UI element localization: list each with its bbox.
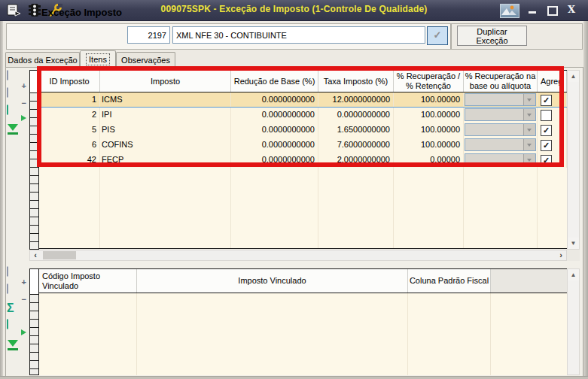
exception-label: Exceção Imposto bbox=[8, 7, 122, 18]
column-header-agreg[interactable]: Agreg bbox=[538, 71, 567, 92]
tab-observacoes[interactable]: Observações bbox=[116, 52, 175, 68]
scroll-down-icon[interactable]: ▼ bbox=[568, 238, 579, 249]
delete-record-icon[interactable]: − bbox=[7, 284, 22, 299]
chevron-down-icon[interactable] bbox=[523, 154, 535, 165]
hscroll-thumb[interactable] bbox=[43, 251, 76, 259]
agreg-checkbox[interactable]: ✓ bbox=[541, 95, 552, 106]
column-header-reducao-base[interactable]: Redução de Base (%) bbox=[231, 71, 318, 92]
exception-description-field[interactable] bbox=[172, 26, 425, 44]
row-indicator-column bbox=[29, 268, 39, 375]
column-header-coluna-padrao-fiscal[interactable]: Coluna Padrão Fiscal bbox=[408, 269, 491, 293]
post-record-icon[interactable] bbox=[7, 105, 22, 120]
recuperacao-combo[interactable] bbox=[465, 108, 536, 121]
maximize-icon bbox=[547, 6, 558, 16]
column-header-imposto-vinculado[interactable]: Imposto Vinculado bbox=[137, 269, 408, 293]
export-grid-icon[interactable] bbox=[7, 123, 22, 138]
delete-record-icon[interactable]: − bbox=[7, 88, 22, 103]
chevron-down-icon[interactable] bbox=[523, 94, 535, 105]
column-header-id-imposto[interactable]: ID Imposto bbox=[39, 71, 100, 92]
items-grid-hscrollbar[interactable]: ‹ › bbox=[29, 250, 567, 261]
recuperacao-combo[interactable] bbox=[465, 123, 536, 136]
export-grid-icon[interactable] bbox=[7, 338, 22, 353]
minimize-button[interactable] bbox=[525, 5, 540, 16]
items-grid-vscrollbar[interactable]: ▲ ▼ bbox=[567, 70, 580, 250]
column-header-codigo-imposto-vinculado[interactable]: Código Imposto Vinculado bbox=[39, 269, 137, 293]
minimize-icon bbox=[529, 11, 536, 14]
picture-icon[interactable] bbox=[500, 4, 519, 18]
table-row[interactable]: 5 PIS 0.0000000000 1.6500000000 100.0000… bbox=[39, 123, 567, 138]
column-header-recuperacao-retencao[interactable]: % Recuperação / % Retenção bbox=[394, 71, 464, 92]
scroll-right-icon[interactable]: › bbox=[556, 250, 566, 260]
agreg-checkbox[interactable]: ✓ bbox=[541, 140, 552, 151]
column-header-imposto[interactable]: Imposto bbox=[100, 71, 231, 92]
close-button[interactable]: X bbox=[564, 5, 579, 16]
post-record-icon[interactable] bbox=[7, 320, 22, 335]
table-row[interactable]: 1 ICMS 0.0000000000 12.0000000000 100.00… bbox=[39, 92, 567, 108]
linked-grid-vscrollbar[interactable]: ▲ bbox=[567, 268, 580, 375]
table-row[interactable]: 6 COFINS 0.0000000000 7.6000000000 100.0… bbox=[39, 138, 567, 153]
duplicate-exception-button[interactable]: Duplicar Exceção bbox=[457, 26, 527, 46]
agreg-checkbox[interactable]: ✓ bbox=[541, 155, 552, 166]
chevron-down-icon[interactable] bbox=[523, 139, 535, 150]
confirm-check-button[interactable]: ✓ bbox=[427, 26, 448, 45]
scroll-up-icon[interactable]: ▲ bbox=[568, 71, 579, 82]
items-grid-header: ID Imposto Imposto Redução de Base (%) T… bbox=[39, 70, 567, 92]
scroll-up-icon[interactable]: ▲ bbox=[568, 269, 579, 280]
sum-icon[interactable]: Σ bbox=[7, 302, 22, 317]
row-indicator-column bbox=[29, 70, 39, 250]
table-row[interactable]: 2 IPI 0.0000000000 0.0000000000 100.0000… bbox=[39, 108, 567, 123]
items-grid-empty-area bbox=[39, 168, 567, 249]
maximize-button[interactable] bbox=[544, 5, 559, 16]
column-header-filler bbox=[491, 269, 567, 293]
tab-dados-da-excecao[interactable]: Dados da Exceção bbox=[5, 52, 80, 68]
tab-itens[interactable]: Itens bbox=[80, 50, 116, 69]
scroll-left-icon[interactable]: ‹ bbox=[30, 250, 41, 260]
window-frame-left bbox=[0, 21, 3, 379]
chevron-down-icon[interactable] bbox=[523, 124, 535, 135]
add-record-icon[interactable]: + bbox=[7, 267, 22, 282]
app-window: 009075SPK - Exceção de Imposto (1-Contro… bbox=[0, 0, 588, 379]
column-header-taxa-imposto[interactable]: Taxa Imposto (%) bbox=[318, 71, 394, 92]
recuperacao-combo[interactable] bbox=[465, 93, 536, 106]
exception-code-field[interactable] bbox=[127, 26, 170, 44]
items-grid: ID Imposto Imposto Redução de Base (%) T… bbox=[39, 70, 567, 249]
window-frame-right bbox=[583, 21, 588, 379]
agreg-checkbox[interactable] bbox=[541, 110, 552, 121]
recuperacao-combo[interactable] bbox=[465, 138, 536, 151]
linked-grid-empty-area bbox=[39, 293, 567, 375]
column-header-recuperacao-base-aliquota[interactable]: % Recuperação na base ou alíquota bbox=[464, 71, 538, 92]
linked-grid: Código Imposto Vinculado Imposto Vincula… bbox=[39, 268, 567, 375]
scrollbar-corner bbox=[567, 250, 580, 261]
agreg-checkbox[interactable]: ✓ bbox=[541, 125, 552, 136]
chevron-down-icon[interactable] bbox=[523, 109, 535, 120]
recuperacao-combo[interactable] bbox=[465, 153, 536, 166]
add-record-icon[interactable]: + bbox=[7, 71, 22, 86]
linked-grid-header: Código Imposto Vinculado Imposto Vincula… bbox=[39, 268, 567, 293]
table-row[interactable]: 42 FECP 0.0000000000 2.0000000000 0.0000… bbox=[39, 153, 567, 168]
